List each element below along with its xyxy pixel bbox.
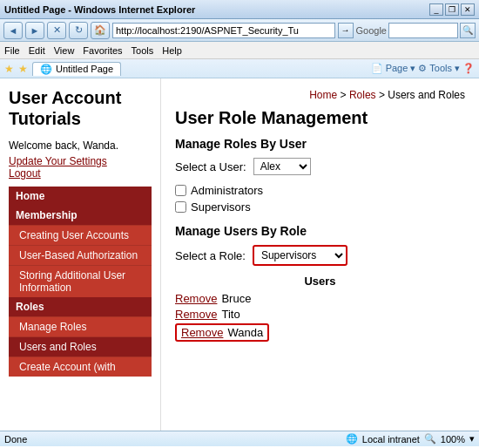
go-button[interactable]: →: [338, 23, 354, 38]
sidebar-item-manage-roles[interactable]: Manage Roles: [9, 316, 152, 336]
sidebar-item-create-account[interactable]: Create Account (with: [9, 356, 152, 377]
menu-bar: File Edit View Favorites Tools Help: [0, 42, 479, 59]
menu-edit[interactable]: Edit: [29, 45, 45, 56]
stop-button[interactable]: ✕: [47, 22, 66, 39]
breadcrumb: Home > Roles > Users and Roles: [175, 89, 465, 101]
administrators-checkbox[interactable]: [175, 185, 186, 196]
section1-heading: Manage Roles By User: [175, 137, 465, 151]
navigation: Home Membership Creating User Accounts U…: [9, 187, 152, 377]
user-select[interactable]: Alex Bruce Tito Wanda: [253, 158, 311, 175]
user-name-wanda: Wanda: [227, 326, 263, 339]
update-settings-link[interactable]: Update Your Settings: [9, 155, 152, 167]
favorites-bar: ★ ★ 🌐 Untitled Page 📄 Page ▾ ⚙ Tools ▾ ❓: [0, 59, 479, 78]
menu-favorites[interactable]: Favorites: [83, 45, 122, 56]
sidebar: User Account Tutorials Welcome back, Wan…: [0, 78, 161, 431]
browser-tab[interactable]: 🌐 Untitled Page: [32, 62, 121, 76]
sidebar-item-users-and-roles[interactable]: Users and Roles: [9, 336, 152, 356]
roles-checkbox-group: Administrators Supervisors: [175, 184, 465, 214]
menu-tools[interactable]: Tools: [132, 45, 154, 56]
page-content: User Account Tutorials Welcome back, Wan…: [0, 78, 479, 431]
toolbar-right: 📄 Page ▾ ⚙ Tools ▾ ❓: [371, 63, 475, 74]
restore-button[interactable]: ❐: [445, 3, 459, 16]
tab-label: Untitled Page: [56, 64, 113, 74]
administrators-checkbox-item: Administrators: [175, 184, 465, 197]
page-menu-button[interactable]: 📄 Page ▾: [371, 63, 416, 74]
google-search-button[interactable]: 🔍: [460, 23, 476, 38]
google-search-input[interactable]: [388, 23, 458, 38]
welcome-text: Welcome back, Wanda.: [9, 139, 152, 152]
sidebar-item-storing-additional[interactable]: Storing Additional User Information: [9, 265, 152, 297]
breadcrumb-roles[interactable]: Roles: [349, 89, 376, 101]
remove-tito-button[interactable]: Remove: [175, 308, 217, 321]
home-nav-button[interactable]: 🏠: [91, 22, 110, 39]
close-button[interactable]: ✕: [461, 3, 475, 16]
sidebar-item-creating-user-accounts[interactable]: Creating User Accounts: [9, 225, 152, 245]
tools-menu-button[interactable]: ⚙ Tools ▾: [418, 63, 460, 74]
supervisors-label: Supervisors: [191, 200, 251, 214]
nav-header-membership[interactable]: Membership: [9, 206, 152, 225]
select-user-label: Select a User:: [175, 160, 246, 173]
add-favorites-icon: ★: [18, 63, 28, 75]
browser-titlebar: Untitled Page - Windows Internet Explore…: [0, 0, 479, 19]
user-name-bruce: Bruce: [221, 292, 251, 305]
supervisors-checkbox[interactable]: [175, 201, 186, 213]
nav-header-roles[interactable]: Roles: [9, 297, 152, 316]
table-row-wanda: Remove Wanda: [175, 323, 269, 342]
users-table: Users Remove Bruce Remove Tito Remove Wa…: [175, 275, 465, 342]
tab-icon: 🌐: [40, 64, 52, 75]
nav-header-home[interactable]: Home: [9, 187, 152, 206]
section2-heading: Manage Users By Role: [175, 224, 465, 238]
help-button[interactable]: ❓: [462, 63, 475, 74]
remove-wanda-button[interactable]: Remove: [181, 326, 223, 339]
status-text: Done: [4, 434, 27, 445]
zoom-text: 100%: [441, 434, 465, 445]
address-bar[interactable]: [112, 23, 335, 38]
supervisors-checkbox-item: Supervisors: [175, 200, 465, 214]
breadcrumb-sep2: >: [376, 89, 388, 101]
select-role-row: Select a Role: Administrators Supervisor…: [175, 245, 465, 266]
menu-file[interactable]: File: [4, 45, 20, 56]
role-select[interactable]: Administrators Supervisors: [253, 245, 347, 266]
breadcrumb-sep1: >: [337, 89, 349, 101]
table-row: Remove Tito: [175, 308, 465, 321]
table-row: Remove Bruce: [175, 292, 465, 305]
zoom-icon: 🔍: [424, 433, 436, 445]
administrators-label: Administrators: [191, 184, 263, 197]
menu-help[interactable]: Help: [162, 45, 182, 56]
favorites-star-icon: ★: [4, 63, 14, 75]
site-title: User Account Tutorials: [9, 87, 152, 129]
zone-icon: 🌐: [346, 433, 358, 445]
menu-view[interactable]: View: [54, 45, 75, 56]
select-user-row: Select a User: Alex Bruce Tito Wanda: [175, 158, 465, 175]
zoom-arrow-icon: ▾: [469, 433, 475, 445]
google-search-box: Google 🔍: [356, 23, 476, 38]
page-heading: User Role Management: [175, 108, 465, 128]
main-content: Home > Roles > Users and Roles User Role…: [161, 78, 479, 431]
breadcrumb-current: Users and Roles: [388, 89, 465, 101]
sidebar-item-user-based-authorization[interactable]: User-Based Authorization: [9, 245, 152, 265]
breadcrumb-home[interactable]: Home: [309, 89, 337, 101]
browser-toolbar: ◄ ► ✕ ↻ 🏠 → Google 🔍: [0, 19, 479, 42]
refresh-button[interactable]: ↻: [69, 22, 88, 39]
forward-button[interactable]: ►: [25, 22, 44, 39]
logout-link[interactable]: Logout: [9, 167, 152, 180]
status-right: 🌐 Local intranet 🔍 100% ▾: [346, 433, 475, 445]
remove-bruce-button[interactable]: Remove: [175, 292, 217, 305]
minimize-button[interactable]: _: [429, 3, 443, 16]
zone-text: Local intranet: [362, 434, 420, 445]
window-controls: _ ❐ ✕: [429, 3, 475, 16]
users-heading: Users: [175, 275, 465, 288]
back-button[interactable]: ◄: [3, 22, 23, 39]
select-role-label: Select a Role:: [175, 249, 246, 262]
status-bar: Done 🌐 Local intranet 🔍 100% ▾: [0, 431, 479, 446]
browser-title: Untitled Page - Windows Internet Explore…: [4, 4, 195, 15]
user-name-tito: Tito: [221, 308, 239, 321]
